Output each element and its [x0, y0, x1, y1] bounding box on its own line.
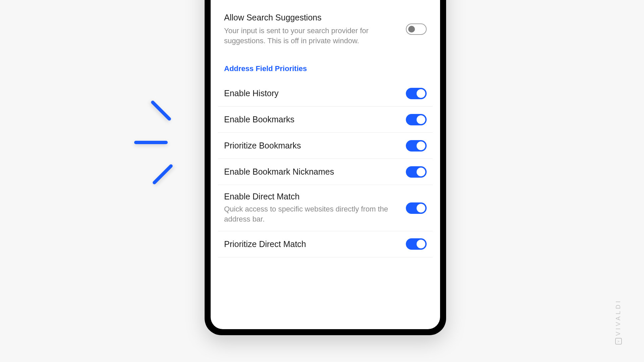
- setting-title: Prioritize Direct Match: [224, 239, 399, 249]
- decorative-line: [152, 164, 173, 185]
- toggle-prioritize-bookmarks[interactable]: [406, 140, 427, 152]
- setting-title: Enable Bookmarks: [224, 115, 399, 124]
- setting-row-prioritize-bookmarks[interactable]: Prioritize Bookmarks: [218, 133, 433, 159]
- toggle-enable-direct-match[interactable]: [406, 202, 427, 214]
- toggle-knob: [417, 141, 425, 150]
- setting-row-enable-bookmarks[interactable]: Enable Bookmarks: [218, 107, 433, 133]
- setting-row-search-suggestions[interactable]: Allow Search Suggestions Your input is s…: [211, 6, 440, 55]
- setting-title: Enable Direct Match: [224, 192, 399, 201]
- toggle-enable-bookmarks[interactable]: [406, 114, 427, 125]
- toggle-knob: [417, 240, 425, 248]
- toggle-search-suggestions[interactable]: [406, 23, 427, 35]
- decorative-line: [134, 141, 168, 144]
- setting-row-prioritize-direct-match[interactable]: Prioritize Direct Match: [218, 231, 433, 257]
- decorative-line: [150, 100, 172, 121]
- settings-list: Enable History Enable Bookmarks Prioriti…: [218, 80, 433, 257]
- toggle-knob: [417, 115, 425, 124]
- section-header-address-priorities: Address Field Priorities: [211, 55, 440, 80]
- phone-mockup: Allow Search Suggestions Your input is s…: [205, 0, 446, 335]
- vivaldi-logo-icon: >: [615, 338, 622, 345]
- setting-row-enable-history[interactable]: Enable History: [218, 80, 433, 107]
- setting-title: Enable Bookmark Nicknames: [224, 167, 399, 177]
- toggle-prioritize-direct-match[interactable]: [406, 238, 427, 250]
- toggle-knob: [417, 168, 425, 176]
- setting-title: Allow Search Suggestions: [224, 13, 399, 22]
- setting-description: Quick access to specific websites direct…: [224, 204, 399, 224]
- toggle-enable-bookmark-nicknames[interactable]: [406, 166, 427, 178]
- toggle-knob: [417, 89, 425, 98]
- vivaldi-watermark: > VIVALDI: [615, 299, 622, 345]
- settings-content: Allow Search Suggestions Your input is s…: [211, 0, 440, 257]
- setting-title: Prioritize Bookmarks: [224, 141, 399, 150]
- setting-row-enable-direct-match[interactable]: Enable Direct Match Quick access to spec…: [218, 185, 433, 231]
- setting-title: Enable History: [224, 88, 399, 98]
- phone-screen: Allow Search Suggestions Your input is s…: [211, 0, 440, 329]
- setting-row-enable-bookmark-nicknames[interactable]: Enable Bookmark Nicknames: [218, 159, 433, 185]
- toggle-enable-history[interactable]: [406, 88, 427, 99]
- vivaldi-watermark-text: VIVALDI: [615, 299, 622, 336]
- toggle-knob: [408, 26, 415, 33]
- toggle-knob: [417, 204, 425, 213]
- setting-description: Your input is sent to your search provid…: [224, 26, 399, 46]
